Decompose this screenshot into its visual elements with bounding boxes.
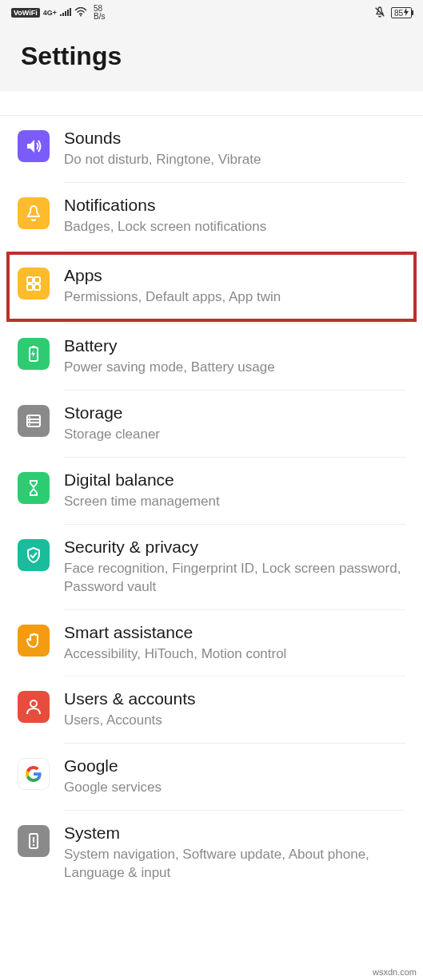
svg-point-12 [29,423,30,425]
status-bar: VoWiFi 4G+ 58 B/s 85 [0,0,423,24]
signal-gen: 4G+ [43,9,57,17]
shield-icon [18,539,50,571]
settings-item-apps[interactable]: Apps Permissions, Default apps, App twin [0,250,423,323]
hand-icon [18,625,50,657]
status-right: 85 [373,6,412,20]
item-title: Users & accounts [64,689,405,708]
item-subtitle: Badges, Lock screen notifications [64,218,405,236]
item-title: System [64,823,405,843]
item-subtitle: Accessibility, HiTouch, Motion control [64,645,405,664]
bell-icon [18,197,50,229]
wifi-icon [74,7,87,18]
charging-icon [404,8,409,18]
battery-percent: 85 [394,9,403,18]
item-title: Digital balance [64,470,405,490]
settings-list[interactable]: Sounds Do not disturb, Ringtone, Vibrate… [0,91,423,911]
mute-icon [373,6,386,20]
item-title: Google [64,756,405,776]
hourglass-icon [18,472,50,504]
item-title: Smart assistance [64,623,405,642]
battery-icon [18,338,50,370]
net-speed-unit: B/s [94,13,105,21]
user-icon [18,691,50,723]
svg-rect-4 [34,284,40,290]
item-subtitle: Face recognition, Fingerprint ID, Lock s… [64,560,405,597]
storage-icon [18,405,50,437]
item-subtitle: Storage cleaner [64,426,405,444]
settings-item-notifications[interactable]: Notifications Badges, Lock screen notifi… [0,183,423,250]
svg-point-11 [29,420,30,422]
svg-rect-6 [32,346,35,347]
vowifi-badge: VoWiFi [11,8,40,18]
settings-item-sounds[interactable]: Sounds Do not disturb, Ringtone, Vibrate [0,116,423,183]
page-title: Settings [21,42,402,71]
item-title: Storage [64,403,405,423]
item-subtitle: Users, Accounts [64,712,405,730]
settings-item-smart-assistance[interactable]: Smart assistance Accessibility, HiTouch,… [0,610,423,677]
settings-item-storage[interactable]: Storage Storage cleaner [0,391,423,458]
item-subtitle: Permissions, Default apps, App twin [64,288,405,307]
item-subtitle: Screen time management [64,493,405,511]
svg-point-16 [33,844,34,846]
svg-point-13 [30,700,37,707]
settings-item-system[interactable]: System System navigation, Software updat… [0,811,423,895]
battery-indicator: 85 [391,7,412,18]
settings-item-battery[interactable]: Battery Power saving mode, Battery usage [0,323,423,391]
item-subtitle: Do not disturb, Ringtone, Vibrate [64,151,405,169]
status-left: VoWiFi 4G+ 58 B/s [11,5,105,21]
svg-point-0 [80,15,82,17]
network-speed: 58 B/s [94,5,105,21]
item-title: Sounds [64,129,405,148]
svg-rect-1 [27,277,33,283]
settings-item-digital-balance[interactable]: Digital balance Screen time management [0,458,423,525]
settings-item-google[interactable]: Google Google services [0,744,423,811]
signal-bars-icon [60,8,71,18]
svg-rect-3 [27,284,33,290]
partial-row-subtitle [0,91,423,116]
item-subtitle: System navigation, Software update, Abou… [64,846,405,883]
settings-item-users-accounts[interactable]: Users & accounts Users, Accounts [0,676,423,744]
svg-rect-2 [34,277,40,283]
item-subtitle: Power saving mode, Battery usage [64,359,405,377]
item-title: Apps [64,266,405,285]
item-subtitle: Google services [64,779,405,797]
google-icon [18,758,50,790]
settings-header: Settings [0,24,423,91]
sound-icon [18,130,50,162]
item-title: Battery [64,336,405,355]
item-title: Notifications [64,196,405,215]
apps-icon [18,268,50,300]
svg-point-10 [29,416,30,418]
item-title: Security & privacy [64,538,405,557]
system-icon [18,825,50,857]
settings-item-security[interactable]: Security & privacy Face recognition, Fin… [0,525,423,610]
